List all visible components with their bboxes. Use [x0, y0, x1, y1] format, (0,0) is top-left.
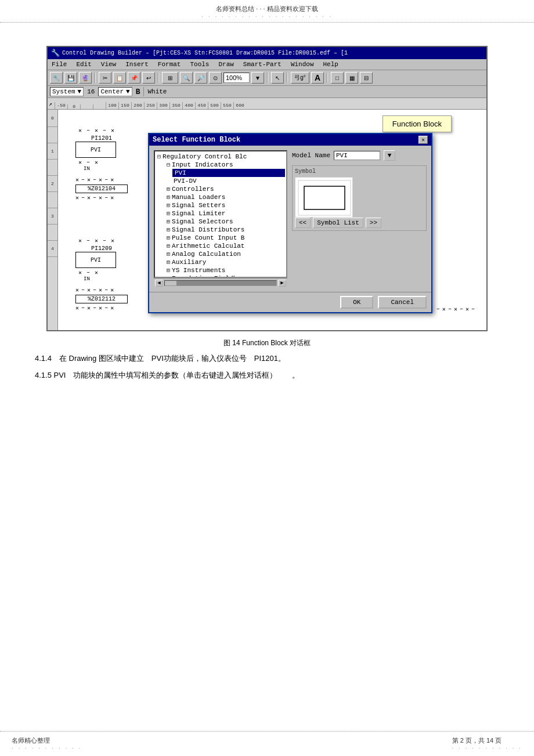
- body-text-2: 4.1.5 PVI 功能块的属性中填写相关的参数（单击右键进入属性对话框） 。: [35, 370, 499, 382]
- toolbar-btn-zoom-out[interactable]: 🔎: [194, 72, 207, 84]
- ruler-mark-200: 200: [131, 102, 144, 109]
- tree-panel[interactable]: ⊟ Regulatory Control Blc ⊟ Input Indicat…: [154, 150, 287, 278]
- menu-file[interactable]: File: [50, 60, 68, 68]
- tree-item-pvi[interactable]: PVI: [172, 169, 285, 177]
- tree-item-auxiliary[interactable]: ⊞ Auxiliary: [165, 258, 285, 266]
- toolbar-btn-r2[interactable]: □: [331, 72, 344, 84]
- tree-item-pvi-dv[interactable]: PVI-DV: [172, 177, 285, 185]
- toolbar-btn-grid[interactable]: ⊞: [162, 72, 178, 84]
- pi1209-cr6: ✕: [78, 269, 82, 276]
- in2-label: IN: [84, 276, 128, 282]
- expand-icon-limiter: ⊞: [167, 210, 170, 217]
- scroll-track[interactable]: [164, 280, 277, 286]
- tree-item-pulse-count[interactable]: ⊞ Pulse Count Input B: [165, 234, 285, 242]
- menu-window[interactable]: Window: [289, 60, 316, 68]
- rc6: ✕: [466, 306, 469, 313]
- zoom-input[interactable]: [223, 73, 250, 83]
- pi1201-group: ✕ – ✕ – ✕ PI1201 PVI ✕ –: [75, 127, 128, 201]
- page-header: 名师资料总结 · · · 精品资料欢迎下载 · · · · · · · · · …: [0, 0, 534, 23]
- z12cr7: ✕: [110, 287, 114, 294]
- tree-label-controllers: Controllers: [172, 186, 214, 193]
- pi1209-cr7: –: [86, 269, 90, 276]
- cr11: –: [93, 194, 96, 201]
- z2012104-crosses-bottom: ✕ – ✕ – ✕ – ✕: [75, 194, 128, 201]
- toolbar-btn-cut[interactable]: ✂: [99, 72, 111, 84]
- tree-item-analog[interactable]: ⊞ Analog Calculation: [165, 250, 285, 258]
- next-symbol-btn[interactable]: >>: [366, 218, 381, 228]
- toolbar-btn-1[interactable]: 🔧: [50, 72, 63, 84]
- toolbar-btn-2[interactable]: 💾: [64, 72, 77, 84]
- header-dots: · · · · · · · · · · · · · · · · · · · ·: [0, 13, 534, 20]
- tree-item-signal-setters[interactable]: ⊞ Signal Setters: [165, 201, 285, 209]
- tree-item-ys-instruments[interactable]: ⊞ YS Instruments: [165, 266, 285, 274]
- z2012112-crosses-top: ✕ – ✕ – ✕ – ✕: [75, 287, 128, 294]
- z12cr11: –: [93, 305, 96, 312]
- tree-item-signal-limiter[interactable]: ⊞ Signal Limiter: [165, 209, 285, 218]
- z12cr12: ✕: [99, 305, 102, 312]
- menu-smartpart[interactable]: Smart-Part: [241, 60, 283, 68]
- tree-item-regulatory[interactable]: ⊟ Regulatory Control Blc: [156, 153, 285, 161]
- center-dropdown[interactable]: Center ▼: [98, 87, 132, 96]
- toolbar-btn-dropdown[interactable]: ▼: [251, 72, 264, 84]
- vruler-50: [48, 127, 57, 143]
- model-name-input[interactable]: [334, 151, 380, 160]
- toolbar-btn-paste[interactable]: 📌: [128, 72, 140, 84]
- ok-button[interactable]: OK: [340, 296, 373, 309]
- dialog-close-button[interactable]: ✕: [418, 136, 428, 144]
- pi1209-cr2: –: [86, 237, 90, 244]
- z2012112-crosses-bottom: ✕ – ✕ – ✕ – ✕: [75, 305, 128, 312]
- tree-item-controllers[interactable]: ⊞ Controllers: [165, 185, 285, 193]
- system-dropdown[interactable]: System ▼: [50, 87, 84, 96]
- cancel-button[interactable]: Cancel: [378, 296, 427, 309]
- symbol-list-btn[interactable]: Symbol List: [313, 218, 363, 228]
- num16-label: 16: [87, 88, 95, 95]
- toolbar-btn-3[interactable]: 🔮: [79, 72, 92, 84]
- toolbar-btn-zoom-fit[interactable]: ⊙: [209, 72, 222, 84]
- menu-edit[interactable]: Edit: [74, 60, 93, 68]
- tree-scrollbar[interactable]: ◀ ▶: [154, 278, 287, 287]
- svg-rect-0: [298, 180, 351, 215]
- expand-icon-ys: ⊞: [167, 267, 170, 274]
- model-name-row: Model Name ▼: [292, 150, 427, 161]
- tree-item-manual-loaders[interactable]: ⊞ Manual Loaders: [165, 193, 285, 201]
- tree-item-signal-distributors[interactable]: ⊞ Signal Distributors: [165, 226, 285, 234]
- model-name-dropdown[interactable]: ▼: [384, 150, 395, 161]
- app-menubar[interactable]: File Edit View Insert Format Tools Draw …: [48, 59, 486, 70]
- toolbar-btn-r3[interactable]: ▦: [345, 72, 358, 84]
- app-titlebar: 🔧 Control Drawing Builder – [Pjt:CES-XS …: [48, 47, 486, 59]
- ruler-mark-150: 150: [118, 102, 131, 109]
- tree-item-signal-selectors[interactable]: ⊞ Signal Selectors: [165, 218, 285, 226]
- tree-label-limiter: Signal Limiter: [172, 210, 225, 217]
- toolbar-btn-undo[interactable]: ↩: [142, 72, 155, 84]
- scroll-right-btn[interactable]: ▶: [278, 280, 286, 287]
- toolbar-btn-zoom-in[interactable]: 🔍: [180, 72, 193, 84]
- menu-draw[interactable]: Draw: [217, 60, 235, 68]
- cr7: ✕: [110, 176, 114, 183]
- z12cr2: –: [81, 287, 85, 294]
- menu-format[interactable]: Format: [156, 60, 183, 68]
- toolbar-sep-4: [287, 73, 288, 83]
- z2012104-label: %Z012104: [88, 186, 116, 192]
- scroll-left-btn[interactable]: ◀: [155, 280, 163, 287]
- expand-icon-auxiliary: ⊞: [167, 259, 170, 266]
- toolbar-btn-r1[interactable]: 弓g°: [291, 72, 309, 84]
- menu-view[interactable]: View: [99, 60, 118, 68]
- toolbar-btn-cursor[interactable]: ↖: [271, 72, 284, 84]
- prev-symbol-btn[interactable]: <<: [295, 218, 311, 228]
- tree-item-input-indicators[interactable]: ⊟ Input Indicators: [165, 161, 285, 169]
- symbol-preview: [295, 177, 353, 218]
- toolbar-btn-r4[interactable]: ⊟: [360, 72, 373, 84]
- menu-insert[interactable]: Insert: [124, 60, 150, 68]
- toolbar-btn-copy[interactable]: 📋: [113, 72, 126, 84]
- menu-tools[interactable]: Tools: [188, 60, 211, 68]
- menu-help[interactable]: Help: [321, 60, 340, 68]
- toolbar-btn-a[interactable]: A: [311, 72, 324, 84]
- z2012112-group: ✕ – ✕ – ✕ – ✕ %Z012112 ✕: [75, 287, 128, 312]
- z2012104-box: %Z012104: [75, 185, 128, 193]
- toolbar-sep-3: [267, 73, 268, 83]
- tree-label-arithmetic: Arithmetic Calculat: [172, 243, 244, 249]
- z12cr14: ✕: [110, 305, 114, 312]
- pi1201-crosses-top: ✕ – ✕ – ✕: [78, 127, 128, 134]
- tree-item-arithmetic[interactable]: ⊞ Arithmetic Calculat: [165, 242, 285, 250]
- pi1209-label: PI1209: [75, 245, 128, 252]
